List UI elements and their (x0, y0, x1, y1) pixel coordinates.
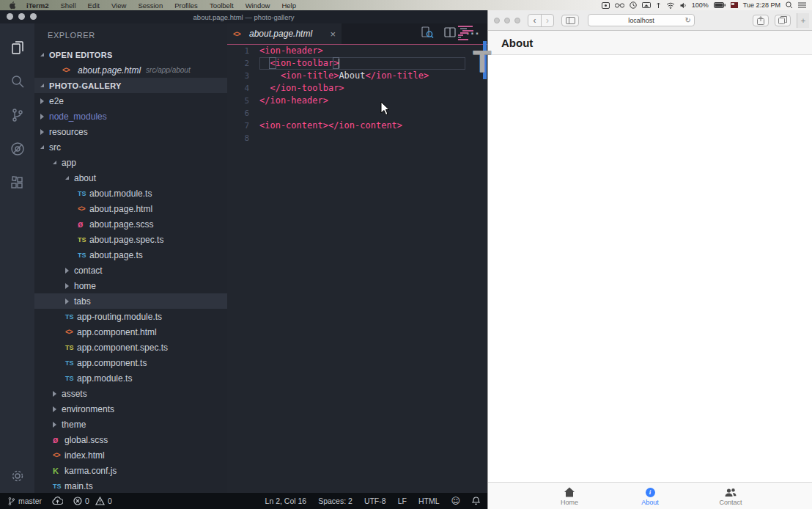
search-activity-icon[interactable] (0, 65, 34, 98)
file-index.html[interactable]: <>index.html (34, 447, 227, 463)
notification-center-icon[interactable] (798, 2, 806, 8)
menubar-status: 100% Tue 2:28 PM (602, 1, 806, 9)
spotlight-icon[interactable] (786, 1, 793, 9)
share-button[interactable] (753, 15, 769, 26)
file-karma.conf.js[interactable]: Kkarma.conf.js (34, 463, 227, 478)
file-app.component.spec.ts[interactable]: TSapp.component.spec.ts (34, 340, 227, 355)
code-area[interactable]: 1<ion-header>2 <ion-toolbar>3 <ion-title… (227, 45, 487, 493)
menu-session[interactable]: Session (132, 1, 169, 10)
file-about.page.html[interactable]: <>about.page.html (34, 201, 227, 216)
file-about.page.spec.ts[interactable]: TSabout.page.spec.ts (34, 232, 227, 247)
source-control-activity-icon[interactable] (0, 98, 34, 132)
project-root-header[interactable]: PHOTO-GALLERY (34, 78, 227, 93)
folder-app[interactable]: app (34, 155, 227, 170)
minimize-window-button[interactable] (504, 18, 510, 23)
language-mode[interactable]: HTML (418, 497, 440, 505)
sidebar-toggle-button[interactable] (561, 15, 579, 26)
folder-about[interactable]: about (34, 170, 227, 186)
encoding[interactable]: UTF-8 (364, 497, 386, 505)
code-line-6[interactable]: 6 (227, 107, 487, 120)
folder-assets[interactable]: assets (34, 386, 227, 401)
apple-menu-icon[interactable] (9, 1, 16, 10)
git-branch-indicator[interactable]: master (7, 497, 42, 506)
open-preview-icon[interactable] (421, 26, 434, 42)
file-about.page.scss[interactable]: øabout.page.scss (34, 216, 227, 232)
editor-group: <> about.page.html × ··· 1<ion-header>2 … (227, 23, 487, 493)
menu-window[interactable]: Window (240, 1, 276, 10)
tab-overview-button[interactable] (775, 15, 791, 26)
code-token: </ion-header> (259, 95, 328, 106)
reload-icon[interactable]: ↻ (685, 16, 691, 24)
address-bar[interactable]: localhost ↻ (588, 14, 695, 26)
ion-tab-about[interactable]: iAbout (610, 486, 690, 506)
eol[interactable]: LF (398, 497, 407, 505)
extensions-activity-icon[interactable] (0, 166, 34, 199)
file-app-routing.module.ts[interactable]: TSapp-routing.module.ts (34, 309, 227, 324)
zoom-window-button[interactable] (30, 13, 37, 20)
close-tab-icon[interactable]: × (330, 29, 336, 40)
close-window-button[interactable] (494, 18, 500, 23)
file-main.ts[interactable]: TSmain.ts (34, 478, 227, 493)
file-app.component.ts[interactable]: TSapp.component.ts (34, 355, 227, 370)
line-number: 7 (227, 121, 259, 131)
new-tab-button[interactable]: + (797, 13, 809, 28)
code-token: < (270, 58, 275, 68)
open-editors-header[interactable]: OPEN EDITORS (34, 47, 227, 62)
code-line-7[interactable]: 7<ion-content></ion-content> (227, 120, 487, 132)
file-app.component.html[interactable]: <>app.component.html (34, 324, 227, 340)
menu-shell[interactable]: Shell (54, 1, 81, 10)
tab-about-page-html[interactable]: <> about.page.html × (227, 23, 342, 44)
folder-e2e[interactable]: e2e (34, 93, 227, 109)
split-editor-icon[interactable] (444, 27, 456, 40)
ion-tab-contact[interactable]: Contact (690, 486, 771, 506)
menu-help[interactable]: Help (276, 1, 302, 10)
menu-toolbelt[interactable]: Toolbelt (204, 1, 240, 10)
back-button[interactable]: ‹ (528, 15, 541, 26)
vscode-titlebar[interactable]: about.page.html — photo-gallery (0, 10, 487, 23)
settings-gear-icon[interactable] (0, 459, 34, 493)
notifications-bell-icon[interactable] (472, 497, 480, 505)
mouse-cursor (380, 101, 391, 119)
wifi-icon (666, 2, 675, 9)
chevron-expanded-icon (40, 84, 49, 87)
code-line-3[interactable]: 3 <ion-title>About</ion-title> (227, 70, 487, 82)
folder-src[interactable]: src (34, 139, 227, 155)
folder-node_modules[interactable]: node_modules (34, 109, 227, 124)
cursor-position[interactable]: Ln 2, Col 16 (265, 497, 307, 505)
menu-edit[interactable]: Edit (82, 1, 106, 10)
flag-icon (731, 2, 738, 8)
close-window-button[interactable] (7, 13, 13, 20)
minimap[interactable] (458, 26, 479, 41)
file-about.module.ts[interactable]: TSabout.module.ts (34, 186, 227, 201)
problems-indicator[interactable]: 0 0 (73, 497, 112, 505)
feedback-smiley-icon[interactable]: ☺ (451, 496, 460, 506)
sync-indicator[interactable] (52, 497, 63, 505)
file-about.page.ts[interactable]: TSabout.page.ts (34, 247, 227, 263)
sidebar-title: EXPLORER (34, 23, 227, 47)
menu-profiles[interactable]: Profiles (169, 1, 204, 10)
code-line-4[interactable]: 4 </ion-toolbar> (227, 82, 487, 95)
folder-theme[interactable]: theme (34, 417, 227, 432)
code-line-5[interactable]: 5</ion-header> (227, 95, 487, 107)
folder-environments[interactable]: environments (34, 401, 227, 417)
code-line-1[interactable]: 1<ion-header> (227, 45, 487, 57)
explorer-activity-icon[interactable] (0, 31, 34, 65)
debug-activity-icon[interactable] (0, 132, 34, 166)
zoom-window-button[interactable] (514, 18, 520, 23)
indentation[interactable]: Spaces: 2 (318, 497, 353, 505)
folder-tabs[interactable]: tabs (34, 293, 227, 309)
menu-view[interactable]: View (106, 1, 132, 10)
forward-button[interactable]: › (541, 15, 553, 26)
file-global.scss[interactable]: øglobal.scss (34, 432, 227, 447)
menu-iterm2[interactable]: iTerm2 (21, 1, 54, 10)
folder-resources[interactable]: resources (34, 124, 227, 139)
folder-contact[interactable]: contact (34, 263, 227, 278)
ion-tab-home[interactable]: Home (529, 486, 610, 506)
file-app.module.ts[interactable]: TSapp.module.ts (34, 370, 227, 386)
code-line-2[interactable]: 2 <ion-toolbar> (227, 57, 487, 70)
battery-icon (714, 2, 726, 8)
code-line-8[interactable]: 8 (227, 132, 487, 144)
folder-home[interactable]: home (34, 278, 227, 293)
open-editor-item[interactable]: <> about.page.html src/app/about (34, 62, 227, 78)
minimize-window-button[interactable] (18, 13, 25, 20)
